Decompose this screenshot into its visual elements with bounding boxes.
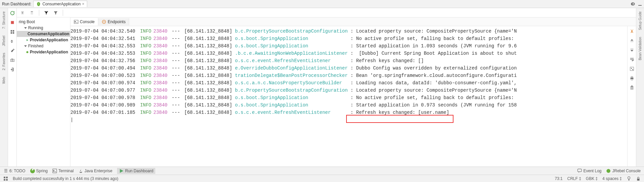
svg-rect-1 <box>11 21 14 24</box>
stop-icon[interactable] <box>9 19 15 26</box>
jrebel-tool[interactable]: JRebel <box>2 34 6 48</box>
svg-rect-2 <box>10 30 12 32</box>
svg-point-15 <box>631 30 633 31</box>
run-config-tab[interactable]: ConsumerApplication × <box>33 1 87 7</box>
jrebel-console-tool[interactable]: JRebel Console <box>606 169 641 173</box>
terminal-tool[interactable]: Terminal <box>52 169 73 173</box>
web-tool[interactable]: Web <box>2 75 6 86</box>
play-icon <box>26 38 29 42</box>
structure-tool[interactable]: 7: Structure <box>2 9 6 31</box>
svg-point-14 <box>104 21 105 22</box>
exit-icon[interactable] <box>9 66 15 73</box>
svg-rect-31 <box>637 179 640 181</box>
scroll-to-end-icon[interactable] <box>629 66 635 72</box>
log-line: 2019-07-04 04:04:32.553 INFO23840 --- [6… <box>70 42 627 50</box>
run-dashboard-tool[interactable]: Run Dashboard <box>117 168 155 174</box>
java-enterprise-tool[interactable]: Java Enterprise <box>78 169 112 173</box>
tree-provider-app-finished[interactable]: ProviderApplication <box>17 49 70 55</box>
lock-icon[interactable] <box>636 176 641 181</box>
svg-rect-27 <box>4 179 5 181</box>
svg-rect-22 <box>53 169 57 173</box>
console-panel: Console Endpoints 2019-07-04 04:04:32.54… <box>70 17 636 167</box>
run-config-tree: ring Boot Running ConsumerApplication Pr… <box>17 17 70 167</box>
log-line: 2019-07-04 04:07:00.977 INFO23840 --- [6… <box>70 87 627 94</box>
log-line: 2019-07-04 04:04:32.541 INFO23840 --- [6… <box>70 35 627 42</box>
gear-icon[interactable] <box>631 1 636 7</box>
play-icon <box>119 169 124 173</box>
group-icon[interactable] <box>43 10 49 16</box>
inspector-icon[interactable] <box>627 176 631 181</box>
tab-console[interactable]: Console <box>70 18 98 26</box>
print-icon[interactable] <box>629 75 635 81</box>
todo-tool[interactable]: ☰6: TODO <box>3 169 25 173</box>
endpoints-icon <box>102 19 106 24</box>
log-line: 2019-07-04 04:04:32.540 INFO23840 --- [6… <box>70 28 627 35</box>
tab-endpoints[interactable]: Endpoints <box>98 18 129 26</box>
layout-icon[interactable] <box>9 29 15 35</box>
run-config-tab-label: ConsumerApplication <box>42 2 80 6</box>
minimize-icon[interactable] <box>638 2 642 6</box>
ant-icon[interactable] <box>629 28 635 34</box>
svg-rect-3 <box>12 30 14 32</box>
windows-icon[interactable] <box>3 176 8 181</box>
spring-icon <box>30 169 35 173</box>
rerun-icon[interactable] <box>9 10 15 16</box>
tree-item-label: ProviderApplication <box>30 38 68 42</box>
svg-rect-19 <box>631 77 633 78</box>
indent-setting[interactable]: 4 spaces ‡ <box>602 176 622 181</box>
expand-icon[interactable] <box>9 38 15 44</box>
log-right-actions <box>627 26 636 167</box>
expand-all-icon[interactable] <box>29 10 35 16</box>
collapse-all-icon[interactable] <box>19 10 25 16</box>
file-encoding[interactable]: GBK ‡ <box>586 176 598 181</box>
log-line: 2019-07-04 04:07:01.185 INFO23840 --- [6… <box>70 109 627 116</box>
close-icon[interactable]: × <box>82 2 84 6</box>
spring-tool[interactable]: Spring <box>30 169 48 173</box>
tree-running-group[interactable]: Running <box>17 25 70 31</box>
svg-rect-26 <box>6 177 8 178</box>
favorites-tool[interactable]: 2: Favorites <box>2 51 6 72</box>
tree-root[interactable]: ring Boot <box>17 19 70 25</box>
svg-rect-12 <box>74 20 78 24</box>
filter-icon[interactable] <box>53 10 59 16</box>
log-line: 2019-07-04 04:07:00.974 INFO23840 --- [6… <box>70 79 627 87</box>
svg-rect-28 <box>6 179 8 181</box>
log-output[interactable]: 2019-07-04 04:04:32.540 INFO23840 --- [6… <box>70 26 627 167</box>
setup-guide-tool[interactable]: Setup Guide <box>638 9 642 32</box>
left-tool-stripe: 7: Structure JRebel 2: Favorites Web <box>0 8 8 167</box>
svg-rect-5 <box>12 32 14 34</box>
right-tool-stripe: Setup Guide Bean Validation <box>636 8 644 167</box>
terminal-icon <box>52 169 57 173</box>
hammer-icon[interactable] <box>9 48 15 54</box>
log-line: 2019-07-04 04:07:00.523 INFO23840 --- [6… <box>70 72 627 79</box>
svg-point-24 <box>606 169 610 173</box>
bottom-tool-stripe: ☰6: TODO Spring Terminal Java Enterprise… <box>0 167 644 175</box>
java-icon <box>78 169 83 173</box>
scroll-down-icon[interactable] <box>629 47 635 53</box>
svg-rect-4 <box>10 32 12 34</box>
svg-rect-25 <box>4 177 5 178</box>
log-line: 2019-07-04 04:04:32.553 INFO23840 --- [6… <box>70 50 627 57</box>
tree-consumer-app[interactable]: ConsumerApplication <box>17 31 70 37</box>
clear-icon[interactable] <box>629 85 635 91</box>
camera-icon[interactable] <box>9 57 15 63</box>
log-line: 2019-07-04 04:04:32.756 INFO23840 --- [6… <box>70 57 627 64</box>
caret-position[interactable]: 73:1 <box>555 176 562 181</box>
soft-wrap-icon[interactable] <box>629 56 635 62</box>
event-log-tool[interactable]: Event Log <box>577 169 601 173</box>
log-line: 2019-07-04 04:07:00.989 INFO23840 --- [6… <box>70 101 627 109</box>
svg-rect-30 <box>629 179 629 181</box>
run-dashboard-header: Run Dashboard: ConsumerApplication × <box>0 0 644 8</box>
run-toolbar <box>17 8 636 17</box>
log-line: 2019-07-04 04:07:00.978 INFO23840 --- [6… <box>70 94 627 101</box>
caret-line: | <box>70 116 627 124</box>
svg-rect-23 <box>578 169 582 172</box>
svg-rect-0 <box>638 5 642 6</box>
scroll-up-icon[interactable] <box>629 38 635 44</box>
list-icon: ☰ <box>3 169 8 173</box>
tree-finished-group[interactable]: Finished <box>17 43 70 49</box>
tree-provider-app[interactable]: ProviderApplication <box>17 37 70 43</box>
line-separator[interactable]: CRLF ‡ <box>567 176 581 181</box>
bean-validation-tool[interactable]: Bean Validation <box>638 35 642 62</box>
status-message: Build completed successfully in 1 s 444 … <box>13 176 118 181</box>
